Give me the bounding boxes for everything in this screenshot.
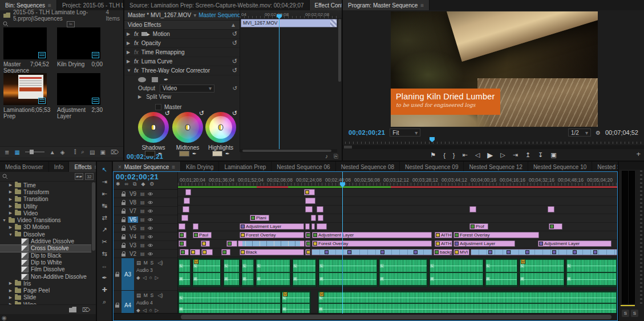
tab-timeline-nested-sequence-10[interactable]: Nested Sequence 10 <box>528 162 592 172</box>
color-wheel-midtones[interactable]: ↺Midtones <box>171 112 204 151</box>
go-to-in-button[interactable]: ⇤ <box>463 151 468 159</box>
program-video-frame[interactable]: Planing Kiln Dried Lumber to be used for… <box>391 11 598 127</box>
twirl-icon[interactable]: ▶ <box>127 50 131 55</box>
timeline-clip[interactable] <box>226 240 237 247</box>
timeline-clip-backg[interactable]: backg <box>434 249 452 255</box>
tree-effect-non-additive-dissolve[interactable]: Non-Additive Dissolve <box>0 273 91 280</box>
collapse-icon[interactable]: ▲ <box>230 22 236 28</box>
button-editor-icon[interactable]: + <box>636 150 641 158</box>
search-icon[interactable] <box>3 21 9 27</box>
timeline-clip-adjustment-layer[interactable]: Adjustment Layer <box>538 240 611 247</box>
wheel-thumb[interactable] <box>185 125 191 131</box>
ellipse-mask-icon[interactable] <box>138 77 146 82</box>
effect-controls-vscrollbar[interactable] <box>338 19 341 82</box>
timeline-clip[interactable] <box>179 232 187 238</box>
effect-row-three-way-color-corrector[interactable]: ▼fxThree-Way Color Corrector↺ <box>124 66 240 75</box>
tab-timeline-lamination-prep[interactable]: Lamination Prep <box>219 162 272 172</box>
effects-vscrollbar[interactable] <box>92 182 95 251</box>
lock-icon[interactable] <box>121 234 125 239</box>
tree-label[interactable]: Transition <box>23 196 48 202</box>
tree-label[interactable]: Dip to Black <box>31 252 61 259</box>
effect-row-motion[interactable]: ▶fx▸Motion↺ <box>124 30 240 39</box>
lock-icon[interactable] <box>115 272 119 277</box>
sync-lock-icon[interactable]: ▤ <box>140 226 145 231</box>
bin-item-name[interactable]: Lamination Prep <box>3 107 31 119</box>
zoom-slider[interactable] <box>25 151 44 153</box>
track-output-eye-icon[interactable] <box>147 235 153 239</box>
audio-clip[interactable]: LR <box>223 258 240 287</box>
panel-menu-icon[interactable]: ≡ <box>95 164 96 170</box>
tree-folder-slide[interactable]: ▶Slide <box>0 294 91 301</box>
tree-label[interactable]: Non-Additive Dissolve <box>31 274 87 280</box>
tab-timeline-kiln-drying[interactable]: Kiln Drying <box>181 162 219 172</box>
timeline-clip[interactable] <box>180 249 189 255</box>
track-name[interactable]: Audio 4 <box>136 299 177 307</box>
tab-fx-media-browser[interactable]: Media Browser <box>0 162 49 172</box>
tree-folder-transform[interactable]: ▶Transform <box>0 188 91 195</box>
twirl-icon[interactable]: ▶ <box>9 225 13 230</box>
go-to-out-button[interactable]: ⇥ <box>513 151 518 159</box>
track-output-eye-icon[interactable] <box>147 226 153 230</box>
track-target-v3[interactable]: V3 <box>128 242 138 248</box>
bin-item-name[interactable]: Master Sequence <box>3 61 30 74</box>
reset-icon[interactable]: ↺ <box>232 58 237 65</box>
effect-name[interactable]: Opacity <box>141 40 161 46</box>
timeline-timecode[interactable]: 00;02;00;21 <box>116 172 175 181</box>
timeline-ruler[interactable]: 00;01;20;0400;01;36;0400;01;52;0400;02;0… <box>178 172 617 188</box>
reset-icon[interactable]: ↺ <box>233 85 237 91</box>
tree-label[interactable]: Additive Dissolve <box>31 238 74 244</box>
track-output-eye-icon[interactable] <box>147 243 153 247</box>
effect-row-time-remapping[interactable]: ▶fxTime Remapping <box>124 48 240 57</box>
bin-thumbnail[interactable] <box>57 27 100 59</box>
video-track-v7[interactable] <box>178 206 617 214</box>
mark-out-button[interactable]: } <box>453 152 455 159</box>
video-track-v6[interactable]: Plani <box>178 214 617 223</box>
play-button[interactable]: ▶ <box>487 151 493 159</box>
tree-folder-transition[interactable]: ▶Transition <box>0 196 91 203</box>
timeline-clip[interactable] <box>184 198 190 204</box>
color-wheel-shadows[interactable]: ↺Shadows <box>137 112 170 151</box>
fx-badge-icon[interactable]: fx <box>134 31 139 37</box>
snap-icon[interactable]: ✱ <box>116 181 120 187</box>
twirl-icon[interactable]: ▼ <box>9 232 13 236</box>
sync-lock-icon[interactable]: ▤ <box>140 234 145 239</box>
bin-up-icon[interactable] <box>3 13 10 18</box>
video-track-v2[interactable]: BlackbackgMVI <box>178 248 617 257</box>
pen-mask-icon[interactable]: ✒ <box>164 77 168 83</box>
twirl-icon[interactable]: ▶ <box>9 183 13 187</box>
reset-icon[interactable]: ↺ <box>165 110 170 117</box>
tab-timeline-nested-sequence-09[interactable]: Nested Sequence 09 <box>400 162 464 172</box>
slip-tool[interactable]: ⇆ <box>98 248 111 260</box>
pen-tool[interactable]: ✒ <box>98 272 111 284</box>
zoom-tool[interactable]: ⌕ <box>98 296 111 308</box>
effect-controls-playhead[interactable] <box>279 18 280 150</box>
twirl-icon[interactable]: ▶ <box>9 197 13 202</box>
timeline-clip[interactable] <box>183 206 189 212</box>
audio-clip[interactable]: LR <box>256 258 291 287</box>
track-target-v2[interactable]: V2 <box>128 251 138 257</box>
timeline-clip[interactable] <box>311 223 315 230</box>
tree-label[interactable]: Video <box>23 210 38 216</box>
tree-label[interactable]: Film Dissolve <box>31 266 64 272</box>
playback-resolution-dropdown[interactable]: 1/2▾ <box>568 129 591 137</box>
reset-icon[interactable]: ↺ <box>199 110 204 117</box>
wheel-thumb[interactable] <box>218 125 224 131</box>
new-custom-bin-icon[interactable] <box>69 307 76 312</box>
timeline-clip[interactable] <box>318 215 323 221</box>
audio-clip[interactable]: LR <box>379 258 428 287</box>
eyedropper-icon[interactable]: ✒ <box>158 151 163 157</box>
effect-name[interactable]: Three-Way Color Corrector <box>141 67 210 74</box>
bin-item[interactable]: Kiln Drying0;00 <box>54 27 104 67</box>
automate-to-sequence-icon[interactable]: ⫿ <box>74 149 76 155</box>
timeline-clip[interactable] <box>549 223 562 230</box>
track-buttons[interactable]: ▤ M S ◁) <box>136 292 177 299</box>
solo-right-button[interactable]: S <box>631 310 638 317</box>
settings-wrench-icon[interactable]: ⚙ <box>596 130 601 136</box>
new-bin-icon[interactable]: ▤ <box>90 149 95 155</box>
keyframe-controls[interactable]: ◆ ◁ ○ ▷ <box>136 274 177 282</box>
bin-thumbnail[interactable] <box>57 73 100 105</box>
sync-lock-icon[interactable]: ▤ <box>140 217 145 222</box>
panel-menu-icon[interactable]: ≡ <box>48 2 51 9</box>
timeline-clip-aith[interactable]: AITH <box>435 240 452 247</box>
timeline-clip[interactable] <box>238 240 305 247</box>
